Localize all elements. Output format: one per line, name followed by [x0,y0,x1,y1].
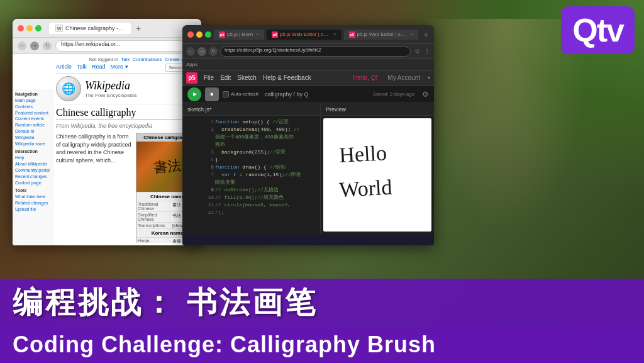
p5-preview-panel: Preview Hello World [321,103,434,234]
code-kw-function-draw: function [215,164,242,170]
code-draw-paren: () { [254,164,269,170]
contributions-link[interactable]: Contributions [133,57,162,62]
back-button[interactable]: ← [18,42,26,50]
wiki-simplified-label: Simplified Chinese [136,212,171,222]
auto-refresh-checkbox[interactable] [223,91,229,98]
p5-close-dot[interactable] [187,31,194,38]
wiki-interaction-title: Interaction [15,149,50,154]
maximize-dot[interactable] [35,25,42,31]
p5-back-button[interactable]: ← [186,47,195,56]
p5-preview-text: Preview [326,106,346,113]
wiki-current-link[interactable]: Current events [15,116,50,122]
play-icon: ▶ [193,91,197,97]
wiki-about-link[interactable]: About Wikipedia [15,161,50,167]
wiki-nav-tabs: Article Talk Read More ▾ Search Wiki [56,64,199,74]
code-indent [215,126,221,132]
wiki-contact-link[interactable]: Contact page [15,180,50,186]
p5-edit-menu[interactable]: Edit [220,74,231,81]
line-num-11: 11 [201,201,214,209]
url-input-wiki[interactable]: https://en.wikipedia.or... [55,40,187,52]
code-comment-2: // [294,126,300,132]
minimize-dot[interactable] [26,25,33,31]
wiki-more-tab[interactable]: More ▾ [111,64,128,72]
p5-editor-area: sketch.js* 1 function setup() { //设置 2 c… [182,103,434,234]
forward-button[interactable]: → [30,42,39,50]
p5-url-input[interactable]: https://editor.p5js.org/Q/sketches/Uy0fh… [220,47,411,57]
wiki-upload-link[interactable]: Upload file [15,206,50,213]
wiki-main-area: Not logged in Talk Contributions Create … [53,54,201,245]
wikipedia-brand-text: Wikipedia [85,79,136,92]
wiki-store-link[interactable]: Wikipedia store [15,141,50,147]
chinese-title: 编程挑战： 书法画笔 [13,282,318,323]
p5-new-tab-button[interactable]: + [423,30,428,40]
not-logged-in: Not logged in [89,57,118,62]
p5-sketch-path: calligraphy / by Q [265,91,309,98]
wiki-what-links-link[interactable]: What links here [15,194,50,200]
p5-maximize-dot[interactable] [205,31,211,38]
line-num-4: 4 [201,156,214,164]
stop-icon: ■ [211,91,214,97]
wiki-tab-label: Chinese calligraphy - Wikipe... [65,25,125,31]
code-cc-end: ); [285,126,294,132]
wiki-featured-link[interactable]: Featured content [15,110,50,116]
p5-refresh-button[interactable]: ↻ [209,47,218,56]
wiki-donate-link[interactable]: Donate to Wikipedia [15,128,50,141]
wiki-related-link[interactable]: Related changes [15,200,50,206]
code-indent-3 [215,149,221,155]
wiki-favicon: W [55,25,63,32]
p5-toolbar: ▶ ■ Auto-refresh calligraphy / by Q Save… [182,86,434,103]
p5-sketch-menu[interactable]: Sketch [237,74,257,81]
p5-help-menu[interactable]: Help & Feedback [263,74,311,81]
qtv-text: Qtv [572,11,623,49]
wiki-random-link[interactable]: Random article [15,122,50,128]
wiki-contents-link[interactable]: Contents [15,104,50,110]
p5-learn-tab-close[interactable]: × [256,31,259,37]
code-line-2c: 2 画布 [215,141,318,148]
line-num-3: 3 [201,148,214,156]
code-line-6: 6 function draw() { //绘制 [215,164,318,171]
wiki-main-page-link[interactable]: Main page [15,98,50,104]
p5-hello-text: Hello, Q! [353,74,377,81]
wiki-read-tab[interactable]: Read [92,64,106,72]
p5-logo-text: p5 [188,74,196,81]
code-fn-draw: draw [242,164,254,170]
p5-editor-tab-close[interactable]: × [333,31,336,37]
p5-minimize-dot[interactable] [196,31,203,38]
line-num-12: 12 [201,209,214,216]
p5-editor-tab-3[interactable]: p5 p5.js Web Editor | calligrap... × [344,30,419,40]
wikipedia-tagline: The Free Encyclopedia [85,92,136,98]
wiki-recent-link[interactable]: Recent changes [15,174,50,180]
p5-logo: p5 [186,72,197,84]
p5-file-menu[interactable]: File [204,74,214,81]
p5-editor-tab-active[interactable]: p5 p5.js Web Editor | calligr... × [267,30,341,40]
wiki-browser-tab[interactable]: W Chinese calligraphy - Wikipe... [49,23,131,34]
wiki-help-link[interactable]: Help [15,155,50,161]
new-tab-button[interactable]: + [136,23,141,33]
close-dot[interactable] [18,25,24,31]
wiki-community-link[interactable]: Community portal [15,167,50,174]
wiki-article-tab[interactable]: Article [56,64,72,72]
code-line-2b: 2 创建一个400像素宽，400像素高的 [215,133,318,141]
refresh-button[interactable]: ↻ [43,42,52,50]
p5-menu-icon[interactable]: ⋮ [424,48,430,55]
wiki-talk-tab[interactable]: Talk [77,64,87,72]
wiki-hanja-val: 書藝 [171,238,182,243]
code-comment-1: //设置 [272,119,289,125]
code-line-7b: 7 随机变量 [215,179,318,186]
p5-forward-button[interactable]: → [197,47,206,56]
line-num-1: 1 [201,118,214,126]
p5-gear-icon[interactable]: ⚙ [422,90,429,99]
p5-tab3-close[interactable]: × [411,31,414,37]
p5-learn-tab[interactable]: p5 p5.js | learn × [214,30,264,40]
p5-play-button[interactable]: ▶ [187,87,201,101]
wiki-simplified-val: 书法 [171,212,182,222]
talk-link[interactable]: Talk [121,57,130,62]
p5-my-account[interactable]: My Account [387,74,420,81]
p5-tab3-label: p5.js Web Editor | calligrap... [357,31,408,37]
code-num-255: 255 [255,149,264,155]
p5-account-chevron[interactable]: ▾ [428,75,430,81]
wikipedia-browser: W Chinese calligraphy - Wikipe... + ← → … [13,19,201,245]
p5-code-editor[interactable]: 1 function setup() { //设置 2 createCanvas… [182,116,320,219]
p5-stop-button[interactable]: ■ [205,87,219,101]
p5-bookmark-icon[interactable]: ☆ [414,48,420,55]
